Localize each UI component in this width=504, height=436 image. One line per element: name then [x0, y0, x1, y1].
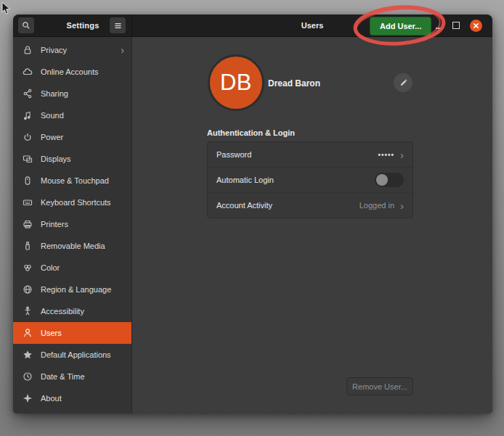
edit-name-button[interactable] [394, 73, 412, 92]
titlebar-sidebar-section: Settings [13, 15, 132, 36]
sidebar-item-label: Mouse & Touchpad [41, 176, 124, 185]
hamburger-icon [113, 21, 123, 30]
sidebar-item-label: Printers [41, 220, 124, 229]
sidebar-item-label: Sound [41, 111, 124, 120]
sidebar-item-removable-media[interactable]: Removable Media [13, 235, 131, 257]
maximize-button[interactable] [452, 22, 460, 29]
user-name: Dread Baron [268, 78, 320, 89]
sidebar-item-power[interactable]: Power [13, 126, 131, 148]
chevron-right-icon: › [400, 149, 404, 160]
sidebar-item-printers[interactable]: Printers [13, 213, 131, 235]
sidebar: Privacy › Online Accounts Sharing Sound [13, 37, 132, 414]
minimize-button[interactable] [436, 22, 442, 29]
account-activity-value: Logged in [359, 201, 394, 210]
lock-icon [22, 44, 33, 56]
globe-icon [22, 284, 33, 295]
music-note-icon [22, 110, 33, 121]
mouse-icon [22, 175, 33, 186]
mouse-cursor-icon [1, 1, 12, 15]
settings-window: Settings Users Add User... [13, 15, 492, 414]
sidebar-item-privacy[interactable]: Privacy › [13, 39, 131, 61]
sidebar-item-label: Sharing [41, 89, 124, 98]
sidebar-item-online-accounts[interactable]: Online Accounts [13, 61, 131, 83]
clock-icon [22, 371, 33, 382]
titlebar[interactable]: Settings Users Add User... [13, 15, 492, 37]
search-button[interactable] [18, 17, 34, 33]
accessibility-icon [22, 305, 33, 317]
window-controls [436, 15, 482, 36]
password-label: Password [216, 150, 378, 159]
sidebar-item-about[interactable]: About [13, 387, 131, 409]
sidebar-item-label: Privacy [41, 46, 121, 54]
sidebar-item-label: Removable Media [41, 242, 124, 250]
user-icon [22, 327, 33, 339]
sidebar-item-label: About [41, 394, 124, 403]
add-user-button[interactable]: Add User... [370, 17, 431, 36]
usb-drive-icon [22, 240, 33, 252]
keyboard-icon [22, 197, 33, 208]
password-row[interactable]: Password ••••• › [208, 142, 412, 168]
color-icon [22, 262, 33, 273]
menu-button[interactable] [110, 17, 126, 33]
automatic-login-label: Automatic Login [216, 176, 375, 184]
users-panel: DB Dread Baron Authentication & Login Pa… [132, 37, 492, 414]
sidebar-item-label: Users [41, 329, 124, 337]
sidebar-item-default-applications[interactable]: Default Applications [13, 344, 131, 366]
sidebar-item-label: Accessibility [41, 307, 124, 316]
display-icon [22, 153, 33, 165]
avatar-initials: DB [220, 70, 252, 96]
sidebar-item-label: Default Applications [41, 350, 124, 359]
automatic-login-toggle[interactable] [375, 173, 404, 187]
sidebar-item-label: Color [41, 263, 124, 272]
avatar[interactable]: DB [208, 54, 264, 111]
toggle-knob [376, 174, 388, 186]
chevron-right-icon: › [400, 200, 404, 211]
close-button[interactable] [470, 20, 482, 32]
pencil-icon [399, 78, 408, 88]
sidebar-item-label: Power [41, 133, 124, 141]
titlebar-main-section: Users Add User... [132, 15, 492, 36]
sidebar-item-color[interactable]: Color [13, 257, 131, 279]
sidebar-item-mouse-touchpad[interactable]: Mouse & Touchpad [13, 170, 131, 192]
desktop-background: Settings Users Add User... [0, 0, 504, 436]
account-activity-label: Account Activity [216, 201, 359, 210]
chevron-right-icon: › [121, 45, 124, 55]
cloud-icon [22, 66, 33, 78]
sidebar-item-region-language[interactable]: Region & Language [13, 279, 131, 300]
sidebar-item-accessibility[interactable]: Accessibility [13, 300, 131, 322]
star-icon [22, 349, 33, 361]
sidebar-item-label: Keyboard Shortcuts [41, 198, 124, 207]
search-icon [21, 20, 31, 30]
sidebar-item-label: Displays [41, 155, 124, 163]
automatic-login-row: Automatic Login [208, 168, 412, 193]
maximize-icon [452, 22, 460, 29]
sidebar-item-displays[interactable]: Displays [13, 148, 131, 170]
authentication-card: Password ••••• › Automatic Login Account… [207, 141, 413, 218]
sidebar-item-keyboard-shortcuts[interactable]: Keyboard Shortcuts [13, 192, 131, 213]
power-icon [22, 131, 33, 143]
remove-user-button[interactable]: Remove User... [346, 377, 413, 395]
printer-icon [22, 218, 33, 230]
password-dots: ••••• [378, 151, 394, 159]
sparkle-icon [22, 392, 33, 404]
share-icon [22, 88, 33, 99]
sidebar-item-label: Date & Time [41, 372, 124, 381]
sidebar-item-users[interactable]: Users [13, 322, 131, 344]
close-icon [473, 22, 479, 29]
sidebar-item-label: Region & Language [41, 285, 124, 294]
sidebar-item-date-time[interactable]: Date & Time [13, 366, 131, 387]
section-title: Authentication & Login [207, 128, 295, 137]
account-activity-row[interactable]: Account Activity Logged in › [208, 193, 412, 218]
minimize-icon [436, 28, 442, 29]
sidebar-item-sharing[interactable]: Sharing [13, 83, 131, 104]
sidebar-item-sound[interactable]: Sound [13, 104, 131, 126]
sidebar-item-label: Online Accounts [41, 67, 124, 76]
